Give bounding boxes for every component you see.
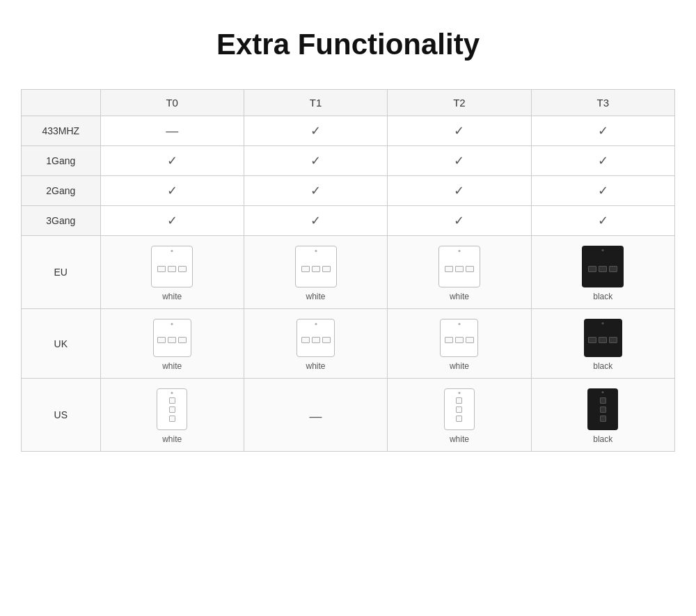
button-square <box>600 397 606 404</box>
row-label-2gang: 2Gang <box>22 176 101 206</box>
buttons-row <box>445 266 474 272</box>
button-square <box>599 337 607 343</box>
button-square <box>600 416 606 422</box>
header-t2: T2 <box>388 90 531 116</box>
cell-2gang-t3: ✓ <box>531 176 674 206</box>
switch-eu-white <box>295 246 337 287</box>
button-square <box>445 337 453 343</box>
header-t3: T3 <box>531 90 674 116</box>
button-square <box>301 266 310 272</box>
cell-eu-t1: white <box>244 236 387 309</box>
cell-3gang-t0: ✓ <box>100 206 244 236</box>
row-label-433mhz: 433MHZ <box>22 116 101 146</box>
button-square <box>609 337 617 343</box>
device-wrapper: black <box>537 246 669 301</box>
cell-1gang-t3: ✓ <box>531 146 674 176</box>
cell-3gang-t2: ✓ <box>388 206 531 236</box>
indicator-dot <box>458 323 460 325</box>
button-square <box>455 266 464 272</box>
cell-433mhz-t2: ✓ <box>388 116 531 146</box>
table-row-eu: EU white <box>22 236 675 309</box>
buttons-row <box>588 266 617 272</box>
page-title: Extra Functionality <box>216 28 480 61</box>
switch-eu-white <box>438 246 480 287</box>
header-t1: T1 <box>244 90 387 116</box>
button-square <box>456 397 462 404</box>
switch-us-white <box>444 388 475 430</box>
cell-1gang-t0: ✓ <box>100 146 244 176</box>
button-square <box>466 337 474 343</box>
buttons-row <box>157 337 187 343</box>
cell-eu-t0: white <box>100 236 244 309</box>
table-row-uk: UK white <box>22 309 675 379</box>
button-square <box>322 266 331 272</box>
device-wrapper: white <box>250 319 381 371</box>
button-square <box>169 397 175 404</box>
button-square <box>455 337 464 343</box>
device-color-label: white <box>162 434 182 444</box>
indicator-dot <box>602 249 604 251</box>
button-square <box>157 266 166 272</box>
cell-eu-t3: black <box>531 236 674 309</box>
cell-2gang-t0: ✓ <box>100 176 244 206</box>
switch-uk-white <box>296 319 335 357</box>
device-wrapper: white <box>393 246 525 301</box>
button-square <box>312 266 320 272</box>
device-wrapper: black <box>537 388 669 444</box>
cell-uk-t2: white <box>388 309 531 379</box>
not-available-dash: — <box>310 409 322 423</box>
switch-us-white <box>157 388 187 430</box>
cell-uk-t3: black <box>531 309 674 379</box>
cell-eu-t2: white <box>388 236 531 309</box>
cell-433mhz-t1: ✓ <box>244 116 387 146</box>
row-label-1gang: 1Gang <box>22 146 101 176</box>
button-square <box>168 266 176 272</box>
button-square <box>178 266 187 272</box>
device-color-label: white <box>306 361 326 371</box>
cell-1gang-t1: ✓ <box>244 146 387 176</box>
button-square <box>456 406 462 413</box>
switch-uk-white <box>440 319 478 357</box>
button-square <box>322 337 331 343</box>
device-wrapper: black <box>537 319 669 371</box>
cell-uk-t0: white <box>100 309 244 379</box>
row-label-eu: EU <box>22 236 101 309</box>
cell-433mhz-t0: — <box>100 116 244 146</box>
cell-us-t2: white <box>388 379 531 452</box>
indicator-dot <box>602 391 604 393</box>
table-row: 2Gang ✓ ✓ ✓ ✓ <box>22 176 675 206</box>
table-row-us: US white — <box>22 379 675 452</box>
buttons-row <box>301 337 331 343</box>
cell-uk-t1: white <box>244 309 387 379</box>
button-square <box>445 266 453 272</box>
row-label-us: US <box>22 379 101 452</box>
row-label-3gang: 3Gang <box>22 206 101 236</box>
cell-us-t1: — <box>244 379 387 452</box>
device-wrapper: white <box>250 246 381 301</box>
button-square <box>168 337 176 343</box>
button-square <box>456 416 462 422</box>
device-color-label: white <box>162 292 182 301</box>
indicator-dot <box>171 323 173 325</box>
button-square <box>312 337 320 343</box>
indicator-dot <box>315 250 317 252</box>
switch-us-black <box>587 388 618 430</box>
indicator-dot <box>315 323 317 325</box>
cell-3gang-t1: ✓ <box>244 206 387 236</box>
cell-433mhz-t3: ✓ <box>531 116 674 146</box>
device-wrapper: white <box>106 246 238 301</box>
device-color-label: black <box>593 361 612 371</box>
button-square <box>157 337 166 343</box>
button-square <box>600 406 606 413</box>
button-square <box>301 337 310 343</box>
device-color-label: black <box>593 292 612 301</box>
button-square <box>178 337 187 343</box>
device-color-label: black <box>593 434 612 444</box>
device-color-label: white <box>450 292 469 301</box>
cell-2gang-t1: ✓ <box>244 176 387 206</box>
device-wrapper: white <box>393 388 525 444</box>
buttons-row <box>301 266 331 272</box>
indicator-dot <box>458 250 460 252</box>
indicator-dot <box>171 250 173 252</box>
row-label-uk: UK <box>22 309 101 379</box>
